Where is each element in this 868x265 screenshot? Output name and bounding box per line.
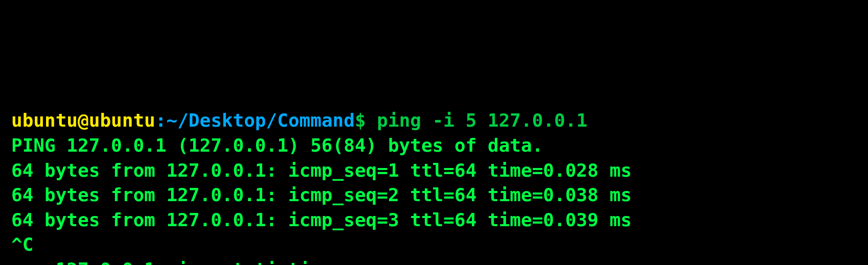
prompt-tilde: ~ (166, 110, 177, 131)
prompt-line: ubuntu@ubuntu:~/Desktop/Command$ ping -i… (11, 108, 857, 133)
command-input[interactable]: ping -i 5 127.0.0.1 (366, 110, 587, 131)
output-line: ^C (11, 232, 857, 257)
prompt-dollar: $ (355, 110, 366, 131)
output-line: 64 bytes from 127.0.0.1: icmp_seq=1 ttl=… (11, 158, 857, 183)
prompt-colon: : (155, 110, 167, 131)
output-line: 64 bytes from 127.0.0.1: icmp_seq=2 ttl=… (11, 183, 857, 208)
output-line: 64 bytes from 127.0.0.1: icmp_seq=3 ttl=… (11, 208, 857, 233)
output-line: --- 127.0.0.1 ping statistics --- (11, 257, 857, 265)
prompt-path: /Desktop/Command (177, 110, 355, 131)
output-line: PING 127.0.0.1 (127.0.0.1) 56(84) bytes … (11, 133, 857, 158)
terminal-window[interactable]: ubuntu@ubuntu:~/Desktop/Command$ ping -i… (11, 108, 857, 265)
prompt-user: ubuntu@ubuntu (11, 110, 155, 131)
